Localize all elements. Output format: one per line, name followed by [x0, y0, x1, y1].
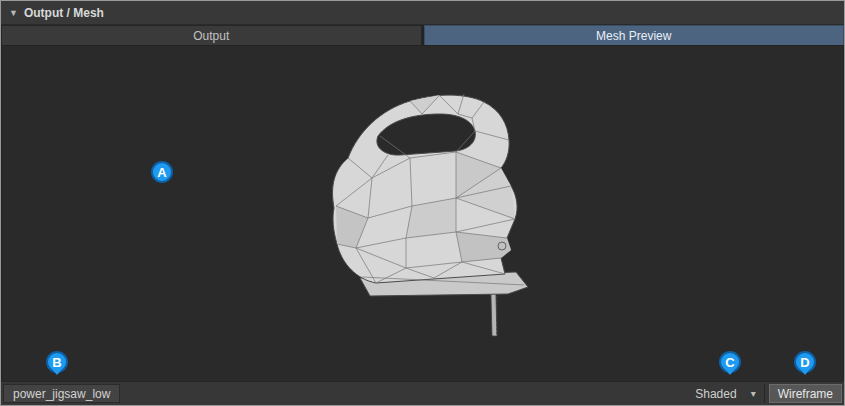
annotation-badge-c: C	[719, 351, 741, 373]
status-bar: power_jigsaw_low Shaded ▾ Wireframe	[1, 381, 844, 405]
statusbar-divider	[764, 384, 765, 403]
tab-bar: Output Mesh Preview	[1, 25, 844, 46]
output-mesh-panel: ▼ Output / Mesh Output Mesh Preview	[0, 0, 845, 406]
statusbar-spacer	[120, 382, 685, 405]
tab-mesh-preview[interactable]: Mesh Preview	[424, 25, 845, 45]
tab-output[interactable]: Output	[1, 25, 422, 45]
annotation-badge-b: B	[46, 351, 68, 373]
annotation-badge-d: D	[794, 351, 816, 373]
annotation-badge-a: A	[151, 161, 173, 183]
foldout-triangle-icon[interactable]: ▼	[9, 8, 18, 18]
wireframe-toggle[interactable]: Wireframe	[769, 384, 842, 403]
shading-mode-dropdown[interactable]: Shaded ▾	[685, 382, 763, 405]
jigsaw-mesh	[314, 86, 544, 348]
panel-title: Output / Mesh	[24, 6, 104, 20]
mesh-name-label: power_jigsaw_low	[3, 384, 120, 403]
mesh-preview-viewport[interactable]	[1, 46, 844, 381]
chevron-down-icon: ▾	[751, 388, 756, 399]
shading-mode-value: Shaded	[695, 387, 736, 401]
panel-header: ▼ Output / Mesh	[1, 1, 844, 25]
